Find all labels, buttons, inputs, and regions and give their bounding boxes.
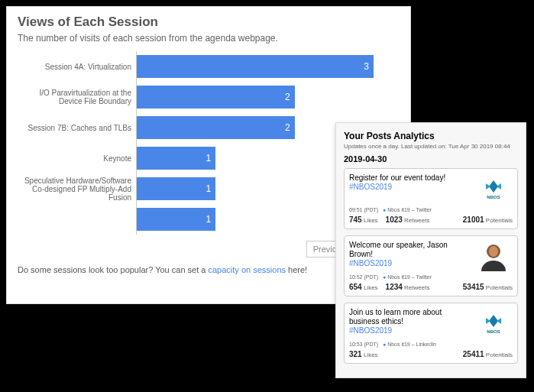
bar[interactable]: 1: [137, 208, 215, 231]
post-card[interactable]: Join us to learn more about business eth…: [344, 303, 518, 364]
bar[interactable]: 1: [137, 147, 215, 170]
y-label: [18, 204, 131, 235]
post-stats: 745 Likes 1023 Retweets 21001 Potentials: [349, 215, 513, 224]
svg-marker-10: [497, 318, 501, 324]
y-label: Speculative Hardware/Software Co-designe…: [18, 173, 131, 204]
svg-marker-2: [497, 183, 501, 190]
post-meta: 10:52 (PDT) ● Nbos it19 – Twitter: [349, 274, 513, 280]
chart-subtitle: The number of visits of each session fro…: [18, 33, 400, 44]
svg-text:NBOS: NBOS: [487, 329, 500, 334]
speaker-avatar: [474, 241, 513, 271]
capacity-link[interactable]: capacity on sessions: [209, 265, 286, 274]
posts-title: Your Posts Analytics: [344, 131, 518, 141]
post-stats: 654 Likes 1234 Retweets 53415 Potentials: [349, 283, 513, 291]
bar[interactable]: 3: [137, 55, 374, 78]
svg-point-7: [489, 246, 498, 257]
post-text: Register for our event today!#NBOS2019: [349, 173, 470, 204]
posts-subtitle: Updates once a day. Last updated on: Tue…: [344, 143, 518, 150]
bar[interactable]: 2: [137, 86, 295, 109]
chart-title: Views of Each Session: [18, 15, 400, 30]
svg-text:NBOS: NBOS: [487, 195, 500, 199]
hashtag[interactable]: #NBOS2019: [349, 183, 392, 191]
nbos-logo: NBOS: [474, 308, 513, 339]
svg-marker-9: [486, 318, 490, 324]
post-text: Join us to learn more about business eth…: [349, 308, 470, 339]
bar[interactable]: 1: [137, 177, 215, 200]
hashtag[interactable]: #NBOS2019: [349, 259, 392, 267]
post-text: Welcome our speaker, Jason Brown!#NBOS20…: [349, 241, 470, 271]
hashtag[interactable]: #NBOS2019: [349, 326, 392, 335]
post-meta: 10:53 (PDT) ● Nbos it19 – LinkedIn: [349, 342, 513, 347]
y-label: Keynote: [18, 143, 131, 173]
y-label: Session 4A: Virtualization: [18, 51, 131, 82]
post-meta: 09:51 (PDT) ● Nbos it19 – Twitter: [349, 207, 513, 212]
post-card[interactable]: Register for our event today!#NBOS2019 N…: [344, 168, 518, 229]
post-stats: 321 Likes 25411 Potentials: [349, 350, 513, 358]
nbos-logo: NBOS: [474, 173, 513, 204]
y-label: Session 7B: Caches and TLBs: [18, 112, 131, 143]
y-label: I/O Paravirtualization at the Device Fil…: [18, 82, 131, 112]
bar[interactable]: 2: [137, 116, 295, 139]
posts-analytics-panel: Your Posts Analytics Updates once a day.…: [335, 122, 526, 378]
posts-date: 2019-04-30: [344, 154, 518, 164]
post-card[interactable]: Welcome our speaker, Jason Brown!#NBOS20…: [344, 235, 518, 296]
svg-marker-1: [486, 183, 490, 190]
